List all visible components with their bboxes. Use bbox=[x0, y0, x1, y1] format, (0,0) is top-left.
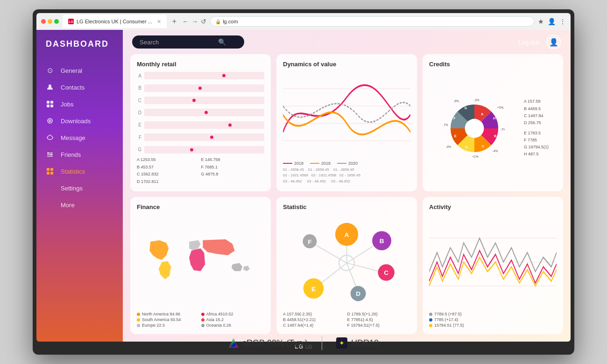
url-display: lg.com bbox=[223, 19, 238, 24]
srgb-badge: sRGB 99% (Typ.) bbox=[228, 338, 308, 348]
color-prism-icon bbox=[228, 338, 239, 348]
hdr-icon: ✦ bbox=[336, 337, 347, 349]
monthly-retail-chart: A B C bbox=[137, 71, 264, 154]
finance-content: North America 84.96 Africa 4510.52 South… bbox=[137, 214, 264, 328]
sidebar-item-more[interactable]: More bbox=[36, 196, 123, 213]
sidebar-item-general[interactable]: ⊙ General bbox=[36, 62, 123, 79]
credits-pie: A H B C D E F G bbox=[429, 71, 519, 185]
profile-icon[interactable]: 👤 bbox=[548, 18, 556, 25]
minimize-dot[interactable] bbox=[48, 19, 52, 24]
svg-text:E: E bbox=[454, 133, 456, 138]
svg-text:-4%: -4% bbox=[445, 145, 451, 148]
svg-text:C: C bbox=[481, 144, 484, 148]
divider bbox=[322, 336, 322, 350]
sidebar-item-friends[interactable]: Friends bbox=[36, 146, 123, 163]
svg-text:B: B bbox=[494, 133, 496, 138]
logout-button[interactable]: Log out bbox=[519, 39, 539, 46]
statistic-content: A B C D bbox=[283, 214, 410, 328]
svg-point-20 bbox=[465, 119, 484, 138]
chart-row-d: D bbox=[137, 109, 264, 116]
svg-text:-3%: -3% bbox=[473, 98, 479, 102]
svg-marker-60 bbox=[230, 339, 237, 347]
svg-rect-14 bbox=[47, 172, 49, 175]
monthly-retail-title: Monthly retail bbox=[137, 61, 264, 68]
reload-btn[interactable]: ↺ bbox=[201, 18, 206, 25]
activity-line-chart bbox=[429, 214, 557, 310]
tab-favicon: LG bbox=[68, 19, 74, 24]
svg-text:-9%: -9% bbox=[453, 99, 459, 103]
svg-rect-2 bbox=[50, 101, 53, 104]
svg-text:-4%: -4% bbox=[492, 149, 498, 153]
svg-text:D: D bbox=[465, 145, 468, 149]
sidebar-label-message: Message bbox=[61, 134, 85, 141]
chart-row-b: B bbox=[137, 84, 264, 92]
finance-legend: North America 84.96 Africa 4510.52 South… bbox=[137, 312, 264, 328]
sidebar-item-message[interactable]: Message bbox=[36, 129, 123, 146]
chart-row-e: E bbox=[137, 121, 264, 129]
sidebar-item-jobs[interactable]: Jobs bbox=[36, 96, 123, 112]
address-bar[interactable]: 🔒 lg.com bbox=[210, 16, 534, 27]
svg-rect-3 bbox=[47, 105, 49, 107]
sidebar-label-downloads: Downloads bbox=[61, 118, 91, 125]
svg-text:H: H bbox=[493, 116, 495, 120]
credits-chart-area: A H B C D E F G bbox=[429, 71, 557, 185]
credits-stats: A 157.59 B 4459.5 C 1497.84 D 256.75 E 1… bbox=[524, 71, 557, 185]
maximize-dot[interactable] bbox=[54, 19, 59, 24]
chart-row-f: F bbox=[137, 133, 264, 141]
back-btn[interactable]: ← bbox=[182, 18, 189, 25]
jobs-icon bbox=[46, 100, 54, 108]
tab-label: LG Electronics UK | Consumer ... bbox=[77, 19, 152, 24]
svg-point-5 bbox=[48, 119, 52, 123]
close-dot[interactable] bbox=[41, 19, 46, 24]
main-content: 🔍 Log out 👤 Monthly retail bbox=[123, 30, 571, 342]
sidebar-label-jobs: Jobs bbox=[61, 101, 73, 108]
card-dynamics: Dynamics of value bbox=[276, 54, 417, 191]
activity-legend: 7789.5 (+87.5) 7785 (+17.4) 15784.51 (7 bbox=[429, 312, 557, 328]
search-icon[interactable]: 🔍 bbox=[218, 38, 226, 46]
sidebar-item-settings[interactable]: Settings bbox=[36, 180, 123, 196]
chart-row-c: C bbox=[137, 97, 264, 104]
card-credits: Credits bbox=[423, 54, 563, 191]
menu-icon[interactable]: ⋮ bbox=[559, 18, 566, 25]
activity-content: 7789.5 (+87.5) 7785 (+17.4) 15784.51 (7 bbox=[429, 214, 557, 328]
bookmark-icon[interactable]: ★ bbox=[538, 18, 544, 25]
svg-text:+1%: +1% bbox=[472, 155, 478, 158]
sidebar-item-contacts[interactable]: Contacts bbox=[36, 79, 123, 96]
sidebar-item-downloads[interactable]: Downloads bbox=[36, 112, 123, 129]
dynamics-legend: 2018 2018 2020 bbox=[283, 161, 410, 166]
dynamics-chart bbox=[283, 71, 410, 158]
sidebar-label-statistics: Statistics bbox=[61, 168, 85, 175]
forward-btn[interactable]: → bbox=[191, 18, 198, 25]
svg-text:F: F bbox=[308, 238, 311, 245]
statistic-legend: A 157.59(-2.35) D 1789.5(+1.26) B 4458.5… bbox=[283, 312, 410, 328]
sidebar: DASHBOARD ⊙ General Contacts bbox=[36, 30, 123, 342]
sidebar-label-contacts: Contacts bbox=[61, 84, 85, 91]
user-avatar[interactable]: 👤 bbox=[546, 35, 561, 49]
srgb-label: sRGB 99% (Typ.) bbox=[242, 338, 308, 348]
svg-text:+5%: +5% bbox=[497, 106, 503, 109]
browser-tab[interactable]: LG LG Electronics UK | Consumer ... ✕ bbox=[63, 15, 167, 28]
svg-text:A: A bbox=[345, 231, 349, 238]
svg-rect-1 bbox=[47, 101, 49, 104]
finance-title: Finance bbox=[137, 203, 264, 210]
sidebar-item-statistics[interactable]: Statistics bbox=[36, 163, 123, 180]
svg-point-6 bbox=[49, 120, 51, 122]
search-input[interactable] bbox=[140, 39, 214, 46]
below-monitor-info: sRGB 99% (Typ.) ✦ HDR10 bbox=[228, 336, 379, 350]
svg-rect-15 bbox=[50, 172, 53, 175]
new-tab-btn[interactable]: + bbox=[172, 17, 176, 26]
contacts-icon bbox=[46, 83, 54, 91]
downloads-icon bbox=[46, 117, 54, 125]
sidebar-title: DASHBOARD bbox=[36, 39, 123, 49]
monthly-retail-content: A B C bbox=[137, 71, 264, 185]
card-activity: Activity bbox=[423, 197, 563, 334]
legend-2018-orange: 2018 bbox=[310, 161, 331, 166]
svg-rect-12 bbox=[47, 168, 49, 171]
search-box[interactable]: 🔍 bbox=[132, 35, 244, 49]
card-monthly-retail: Monthly retail A B bbox=[130, 54, 271, 191]
dynamics-sub-legend: 01 - 2658.45 01 - 2658.45 01 - 2856.45 0… bbox=[283, 167, 410, 185]
settings-icon bbox=[46, 184, 54, 192]
svg-text:G: G bbox=[464, 106, 467, 110]
statistics-icon bbox=[46, 167, 54, 175]
svg-text:-7%: -7% bbox=[500, 127, 504, 131]
